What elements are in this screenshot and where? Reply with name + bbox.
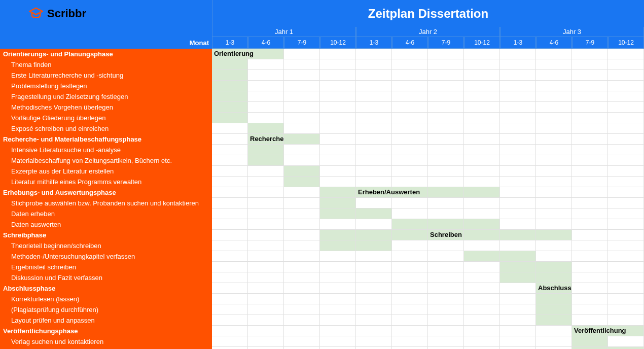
timeline — [212, 272, 644, 283]
task-row: Thema finden — [0, 59, 644, 70]
task-row: Vorläufige Gliederung überlegen — [0, 113, 644, 123]
phase-bar-label: Veröffentlichung — [574, 327, 626, 334]
gantt-cell: Erheben/Auswerten — [356, 187, 392, 198]
task-label: Daten auswerten — [0, 219, 212, 230]
gantt-cell — [428, 155, 464, 166]
gantt-cell — [356, 304, 392, 315]
gantt-cell — [536, 81, 572, 91]
gantt-cell — [572, 123, 608, 134]
gantt-cell — [284, 155, 320, 166]
year-header-cell: Jahr 2 — [356, 27, 500, 37]
gantt-cell — [608, 347, 644, 349]
task-row: Literatur mithilfe eines Programms verwa… — [0, 177, 644, 187]
task-label: Layout prüfen und anpassen — [0, 315, 212, 326]
gantt-cell — [284, 283, 320, 294]
gantt-cell — [212, 91, 248, 102]
gantt-cell — [536, 251, 572, 262]
gantt-cell — [248, 304, 284, 315]
gantt-cell — [320, 230, 356, 240]
gantt-cell — [608, 145, 644, 155]
timeline — [212, 113, 644, 123]
gantt-cell — [356, 91, 392, 102]
task-row: Problemstellung festlegen — [0, 81, 644, 91]
task-label: Intensive Literatursuche und -analyse — [0, 145, 212, 155]
gantt-cell — [284, 347, 320, 349]
gantt-cell — [320, 208, 356, 219]
gantt-cell — [320, 304, 356, 315]
gantt-cell — [356, 240, 392, 251]
gantt-cell — [572, 166, 608, 177]
task-label: Exposé schreiben und einreichen — [0, 123, 212, 134]
gantt-cell — [248, 91, 284, 102]
gantt-cell — [500, 177, 536, 187]
task-row: Daten erheben — [0, 208, 644, 219]
phase-row: Erhebungs- und AuswertungsphaseErheben/A… — [0, 187, 644, 198]
gantt-cell — [392, 123, 428, 134]
gantt-cell — [320, 81, 356, 91]
task-row: Stichprobe auswählen bzw. Probanden such… — [0, 198, 644, 208]
gantt-cell — [572, 187, 608, 198]
graduation-cap-icon — [28, 6, 44, 22]
gantt-cell — [320, 336, 356, 347]
gantt-cell — [572, 251, 608, 262]
phase-bar-label: Erheben/Auswerten — [358, 188, 420, 196]
gantt-cell — [392, 283, 428, 294]
task-label: Problemstellung festlegen — [0, 81, 212, 91]
gantt-cell — [212, 70, 248, 81]
gantt-cell — [320, 177, 356, 187]
gantt-cell — [212, 240, 248, 251]
gantt-cell — [608, 166, 644, 177]
gantt-cell — [536, 347, 572, 349]
month-header-cell: 10-12 — [464, 37, 500, 49]
task-row: Layout prüfen und anpassen — [0, 315, 644, 326]
timeline — [212, 262, 644, 272]
gantt-cell — [248, 230, 284, 240]
year-header: Jahr 1Jahr 2Jahr 3 — [0, 27, 644, 37]
gantt-cell — [284, 251, 320, 262]
gantt-cell — [248, 70, 284, 81]
gantt-cell — [464, 166, 500, 177]
gantt-cell — [320, 272, 356, 283]
gantt-cell — [608, 187, 644, 198]
gantt-cell — [536, 240, 572, 251]
gantt-cell — [572, 304, 608, 315]
gantt-cell — [428, 102, 464, 113]
gantt-cell — [356, 219, 392, 230]
gantt-cell — [536, 177, 572, 187]
task-label: Thema finden — [0, 59, 212, 70]
gantt-cell — [428, 187, 464, 198]
gantt-cell — [464, 262, 500, 272]
timeline — [212, 123, 644, 134]
gantt-cell — [356, 315, 392, 326]
month-header-cell: 4-6 — [392, 37, 428, 49]
gantt-cell — [608, 70, 644, 81]
timeline — [212, 166, 644, 177]
gantt-cell — [464, 187, 500, 198]
gantt-cell — [500, 81, 536, 91]
gantt-cell — [356, 283, 392, 294]
task-label: Fragestellung und Zielsetzung festlegen — [0, 91, 212, 102]
gantt-cell — [428, 70, 464, 81]
phase-bar-label: Schreiben — [430, 231, 462, 238]
phase-row: Orientierungs- und PlanungsphaseOrientie… — [0, 49, 644, 59]
gantt-cell — [320, 262, 356, 272]
gantt-cell — [500, 219, 536, 230]
timeline — [212, 208, 644, 219]
gantt-cell — [392, 155, 428, 166]
gantt-cell — [464, 294, 500, 304]
gantt-cell — [392, 294, 428, 304]
gantt-cell — [356, 59, 392, 70]
gantt-cell — [284, 230, 320, 240]
gantt-cell — [572, 59, 608, 70]
gantt-cell — [500, 70, 536, 81]
gantt-cell — [608, 59, 644, 70]
gantt-cell — [464, 315, 500, 326]
gantt-cell — [356, 336, 392, 347]
gantt-cell — [536, 123, 572, 134]
gantt-cell — [212, 208, 248, 219]
gantt-cell — [356, 49, 392, 59]
gantt-cell — [356, 272, 392, 283]
year-header-cell: Jahr 1 — [212, 27, 356, 37]
month-header-cell: 10-12 — [320, 37, 356, 49]
task-row: Intensive Literatursuche und -analyse — [0, 145, 644, 155]
